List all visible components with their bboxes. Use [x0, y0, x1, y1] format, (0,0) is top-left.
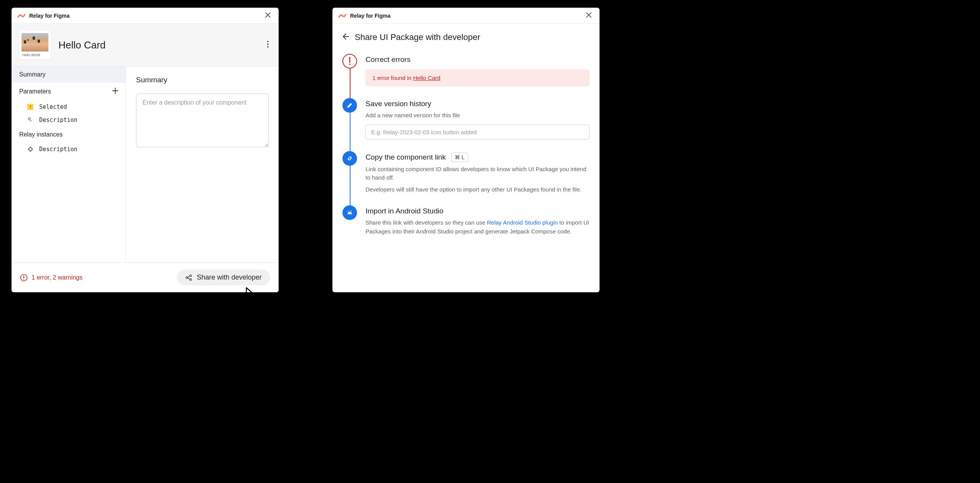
- share-icon: [185, 274, 192, 281]
- sidebar-item-summary[interactable]: Summary: [12, 67, 126, 83]
- main-heading: Summary: [136, 76, 269, 84]
- step-save-version: Save version history Add a new named ver…: [342, 98, 590, 151]
- svg-point-1: [267, 43, 269, 45]
- sidebar-label: Relay instances: [19, 131, 63, 138]
- svg-rect-3: [28, 147, 32, 151]
- step-title: Correct errors: [365, 55, 590, 64]
- footer: 1 error, 2 warnings Share with developer: [12, 262, 279, 292]
- tap-icon: [27, 117, 34, 123]
- error-status-text: 1 error, 2 warnings: [32, 274, 83, 281]
- warning-badge-icon: !: [27, 103, 34, 110]
- component-title: Hello Card: [58, 39, 265, 51]
- close-button[interactable]: [584, 10, 593, 21]
- relay-logo-icon: [18, 13, 25, 19]
- thumbnail-label: Hello World: [22, 52, 48, 57]
- error-step-icon: [342, 54, 357, 68]
- step-title: Import in Android Studio: [365, 207, 590, 215]
- error-status[interactable]: 1 error, 2 warnings: [20, 274, 83, 281]
- close-button[interactable]: [263, 10, 272, 21]
- svg-point-5: [23, 279, 24, 280]
- component-thumbnail: Hello World: [19, 31, 51, 59]
- step-subtitle: Add a new named version for this file: [365, 111, 590, 120]
- error-banner-text: 1 error found in: [372, 75, 413, 81]
- svg-point-9: [349, 63, 350, 65]
- android-step-icon: [342, 205, 357, 220]
- link-step-icon: [342, 151, 357, 166]
- parameter-item[interactable]: ! Selected: [12, 100, 126, 113]
- panel-share-wizard: Relay for Figma Share UI Package with de…: [332, 8, 600, 292]
- sidebar-label: Parameters: [19, 88, 51, 95]
- share-button-label: Share with developer: [197, 273, 262, 281]
- step-description: Share this link with developers so they …: [365, 218, 590, 236]
- editor-body: Summary Parameters ! Selected Descriptio…: [12, 67, 279, 262]
- step-description: Developers will still have the option to…: [365, 185, 590, 194]
- main-content: Summary: [126, 67, 279, 262]
- parameter-item[interactable]: Description: [12, 113, 126, 127]
- step-connector: [350, 68, 350, 100]
- svg-point-6: [186, 276, 188, 278]
- add-parameter-button[interactable]: [112, 87, 119, 96]
- relay-instance-label: Description: [39, 146, 77, 153]
- component-header: Hello World Hello Card: [12, 24, 279, 67]
- svg-point-8: [190, 278, 191, 280]
- svg-point-10: [349, 213, 349, 214]
- thumbnail-image: [22, 33, 48, 52]
- step-correct-errors: Correct errors 1 error found in Hello Ca…: [342, 54, 590, 98]
- parameter-label: Selected: [39, 103, 67, 110]
- header-row: Share UI Package with developer: [341, 32, 590, 42]
- svg-point-11: [350, 213, 351, 214]
- step-connector: [350, 113, 350, 153]
- description-input[interactable]: [136, 93, 269, 147]
- step-title: Copy the component link ⌘ L: [365, 153, 590, 162]
- relay-instance-item[interactable]: Description: [12, 143, 126, 156]
- step-title-text: Copy the component link: [365, 153, 446, 162]
- step-copy-link: Copy the component link ⌘ L Link contain…: [342, 151, 590, 206]
- back-button[interactable]: [341, 32, 349, 42]
- svg-point-7: [190, 275, 191, 276]
- step-import-android: Import in Android Studio Share this link…: [342, 205, 590, 236]
- stepper: Correct errors 1 error found in Hello Ca…: [341, 54, 590, 236]
- parameter-label: Description: [39, 117, 77, 123]
- diamond-icon: [27, 146, 34, 153]
- step-connector: [350, 166, 350, 207]
- more-options-button[interactable]: [265, 38, 271, 52]
- edit-step-icon: [342, 98, 357, 113]
- step-description: Link containing component ID allows deve…: [365, 165, 590, 182]
- version-name-input[interactable]: [365, 125, 590, 140]
- panel-component-editor: Relay for Figma Hello World Hello Card S…: [12, 8, 279, 292]
- titlebar: Relay for Figma: [332, 8, 600, 24]
- svg-point-0: [267, 41, 269, 42]
- error-link[interactable]: Hello Card: [413, 75, 440, 81]
- share-with-developer-button[interactable]: Share with developer: [177, 270, 270, 285]
- error-banner: 1 error found in Hello Card: [365, 69, 590, 87]
- sidebar-label: Summary: [19, 71, 45, 78]
- share-body: Share UI Package with developer Correct …: [332, 24, 600, 244]
- step-title: Save version history: [365, 100, 590, 108]
- sidebar: Summary Parameters ! Selected Descriptio…: [12, 67, 126, 262]
- error-icon: [20, 274, 28, 281]
- titlebar: Relay for Figma: [12, 8, 279, 24]
- keyboard-shortcut: ⌘ L: [451, 153, 468, 162]
- app-title: Relay for Figma: [350, 13, 584, 19]
- page-title: Share UI Package with developer: [355, 32, 480, 42]
- app-title: Relay for Figma: [29, 13, 263, 19]
- plugin-link[interactable]: Relay Android Studio plugin: [487, 219, 558, 226]
- sidebar-item-parameters[interactable]: Parameters: [12, 83, 126, 100]
- relay-logo-icon: [339, 13, 346, 19]
- sidebar-item-relay-instances[interactable]: Relay instances: [12, 127, 126, 143]
- svg-point-2: [267, 46, 269, 48]
